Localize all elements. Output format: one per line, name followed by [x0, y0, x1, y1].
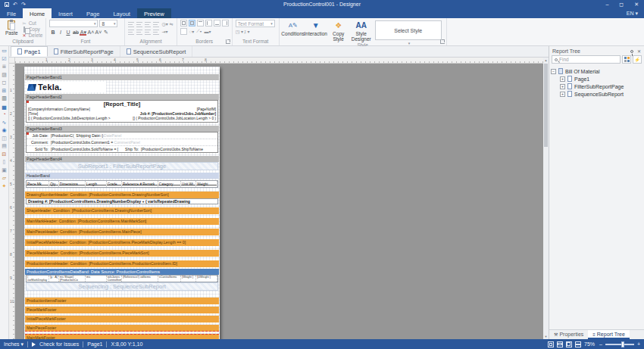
- band-header-strip[interactable]: PageHeaderBand4: [25, 156, 219, 162]
- tree-node-filtersubreportpage[interactable]: +FilterSubReportPage: [551, 83, 642, 90]
- tree-node-sequencesubreport[interactable]: +SequenceSubReport: [551, 90, 642, 98]
- conditions-button[interactable]: A✎ Conditions: [283, 20, 304, 36]
- style-dialog-launcher-icon[interactable]: [440, 39, 445, 44]
- group-band[interactable]: InitialPieceMarkHeader: Condition: [Prod…: [25, 239, 219, 246]
- ribbon-tab-insert[interactable]: Insert: [52, 8, 80, 18]
- border-color-icon[interactable]: ⟋▾: [196, 29, 202, 34]
- page-info-icon[interactable]: ▤: [1, 142, 8, 151]
- restore-button[interactable]: ◻: [614, 0, 629, 8]
- italic-button[interactable]: I: [57, 29, 64, 36]
- group-band[interactable]: ProductionItemsFooter: [25, 298, 219, 304]
- ribbon-tab-preview[interactable]: Preview: [137, 8, 171, 18]
- fit-width-icon[interactable]: [557, 341, 563, 347]
- ribbon-tab-home[interactable]: Home: [23, 8, 52, 18]
- format-percent-icon[interactable]: ⁒ ▾: [244, 29, 249, 34]
- redo-icon[interactable]: ↷: [21, 1, 26, 8]
- copy-style-button[interactable]: ❖ Copy Style: [328, 20, 349, 42]
- interaction-button[interactable]: ▼ Interaction: [305, 20, 327, 36]
- picture-box-icon[interactable]: ▨: [1, 71, 8, 79]
- band-header-strip[interactable]: HeaderBand: [25, 173, 219, 179]
- undo-icon[interactable]: ↶: [13, 1, 17, 8]
- band-header-strip[interactable]: PageHeaderBand3: [25, 126, 219, 132]
- font-color-button[interactable]: A▾: [80, 29, 86, 36]
- column-header[interactable]: Qty.: [49, 181, 59, 187]
- scroll-up-icon[interactable]: ▲: [543, 58, 549, 63]
- header-field-left[interactable]: [] ( ProductionControlJobs.JobDescriptio…: [28, 117, 111, 121]
- barcode-icon[interactable]: ▥: [1, 95, 8, 103]
- rich-text-icon[interactable]: ≣: [1, 63, 8, 71]
- group-band[interactable]: PieceMarkFooter: [25, 307, 219, 313]
- detail-cell[interactable]: [UWeight ]: [196, 276, 217, 282]
- scroll-down-icon[interactable]: ▼: [543, 334, 549, 339]
- underline-button[interactable]: U: [64, 29, 71, 36]
- fit-page-icon[interactable]: [548, 341, 554, 347]
- detail-cell[interactable]: [Weight ]: [181, 276, 196, 282]
- scrollbar-thumb[interactable]: [544, 64, 548, 147]
- expand-icon[interactable]: +: [560, 92, 565, 97]
- sparkline-icon[interactable]: ∿: [1, 119, 8, 127]
- job-info-block[interactable]: Job Date:[ProductionC( Shipping Date: ] …: [26, 132, 218, 153]
- view-toggle-button[interactable]: [622, 55, 631, 64]
- group-band[interactable]: MainMarkFooter: [25, 334, 219, 339]
- collapse-icon[interactable]: −: [551, 69, 556, 74]
- borders-dialog-launcher-icon[interactable]: [226, 39, 230, 44]
- zoom-percentage[interactable]: 75%: [584, 341, 595, 347]
- detail-cell[interactable]: ms Shape] [ProductionCo: [59, 276, 86, 282]
- pin-icon[interactable]: [630, 50, 633, 53]
- font-name-combobox[interactable]: ▾: [49, 20, 98, 27]
- header-field-right[interactable]: [] ( ProductionControlJobs.JobLocation.L…: [133, 117, 216, 121]
- save-icon[interactable]: [5, 2, 9, 7]
- expand-icon[interactable]: +: [560, 84, 565, 89]
- field-value[interactable]: [ProductionControlJobs.Comment1 =: [51, 139, 113, 145]
- detail-cell[interactable]: ( varMarkDisplay ): [27, 276, 49, 282]
- field-value[interactable]: [ProductionControlJobs.SoldToName = [: [51, 146, 118, 152]
- detail-row[interactable]: ( varMarkDisplay )[y : A]ms Shape] [Prod…: [26, 275, 218, 282]
- label-icon[interactable]: ▭: [1, 47, 8, 55]
- check-for-issues-button[interactable]: Check for Issues: [39, 341, 79, 347]
- border-none-icon[interactable]: [180, 28, 187, 35]
- subreport-band[interactable]: Sequencing : SequenceSubReport: [26, 282, 218, 291]
- design-surface[interactable]: 12345678 12345678910 PageHeaderBand1Tekl…: [9, 58, 549, 339]
- company-logo[interactable]: Tekla.: [27, 82, 106, 92]
- border-right-icon[interactable]: [222, 20, 229, 26]
- tree-node-page1[interactable]: +Page1: [551, 75, 642, 83]
- format-currency-icon[interactable]: ◳ ▾: [236, 29, 243, 34]
- style-gallery[interactable]: Select Style ▾: [375, 20, 442, 40]
- border-outside-icon[interactable]: [189, 20, 195, 26]
- detail-cell[interactable]: (Reference#) edItems: [122, 276, 158, 282]
- border-top-icon[interactable]: [197, 20, 204, 26]
- quick-filter-button[interactable]: ⚡: [633, 55, 642, 64]
- align-top-icon[interactable]: [128, 21, 135, 27]
- field-value[interactable]: [ProductionC(: [51, 132, 74, 139]
- tree-node-root[interactable]: −Bill Of Material: [551, 67, 642, 75]
- grow-font-button[interactable]: A˄: [87, 29, 94, 36]
- align-middle-icon[interactable]: [136, 21, 143, 27]
- column-header[interactable]: Reference # Remark: [122, 181, 158, 187]
- rotate-icon[interactable]: ◷▾: [161, 21, 167, 27]
- font-size-combobox[interactable]: 8▾: [99, 20, 117, 27]
- border-left-icon[interactable]: [205, 20, 212, 26]
- column-header[interactable]: Length: [86, 181, 107, 187]
- text-format-combobox[interactable]: Text Format▾: [236, 20, 275, 27]
- panel-tab-report-tree[interactable]: ≡Report Tree: [588, 330, 629, 339]
- report-page[interactable]: PageHeaderBand1Tekla.PageHeaderBand2[Rep…: [24, 67, 220, 339]
- detail-cell[interactable]: tolsJones ControlItems (Items: [107, 276, 122, 282]
- cross-band-box-icon[interactable]: ▣: [1, 167, 8, 175]
- strikethrough-button[interactable]: ab: [72, 29, 79, 36]
- zoom-out-button[interactable]: –: [599, 341, 602, 347]
- panel-close-icon[interactable]: ✕: [637, 48, 641, 54]
- zoom-in-button[interactable]: +: [637, 341, 640, 347]
- expand-icon[interactable]: +: [560, 76, 565, 82]
- panel-tab-properties[interactable]: ⚒Properties: [549, 330, 588, 339]
- detail-cell[interactable]: sControlItems: [158, 276, 181, 282]
- detail-cell[interactable]: [y : A]: [49, 276, 59, 282]
- bold-button[interactable]: B: [49, 29, 56, 36]
- document-tab-sequencesubreport[interactable]: SequenceSubReport: [120, 46, 193, 57]
- column-header[interactable]: Category: [158, 181, 181, 187]
- page-break-icon[interactable]: ⊟: [1, 151, 8, 159]
- cross-band-line-icon[interactable]: ▯: [1, 158, 8, 167]
- page-layout-icon[interactable]: [575, 341, 581, 347]
- chart-icon[interactable]: ▅: [1, 103, 8, 111]
- language-selector[interactable]: EN ▾: [621, 8, 644, 18]
- wrap-icon[interactable]: ⇋: [170, 21, 174, 27]
